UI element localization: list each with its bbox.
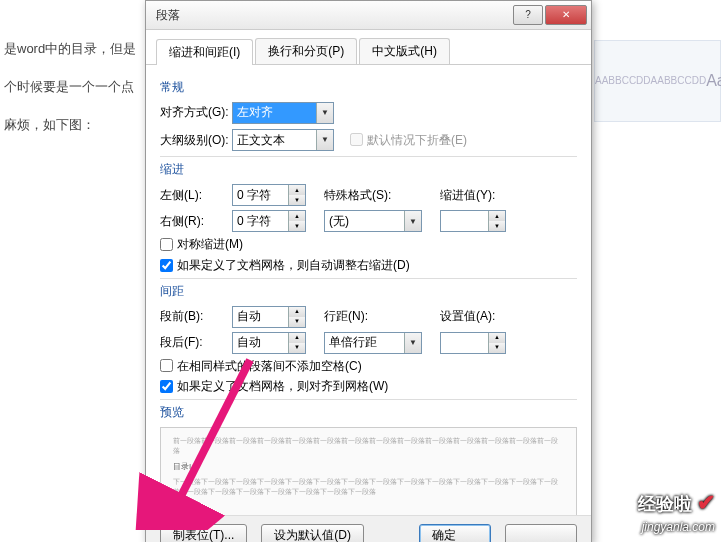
spinner-arrows[interactable]: ▲▼ (288, 333, 305, 353)
titlebar[interactable]: 段落 ? ✕ (146, 1, 591, 30)
right-indent-label: 右侧(R): (160, 213, 232, 230)
tabs-button[interactable]: 制表位(T)... (160, 524, 247, 542)
spinner-arrows[interactable]: ▲▼ (488, 333, 505, 353)
nospace-checkbox[interactable]: 在相同样式的段落间不添加空格(C) (160, 358, 577, 375)
at-label: 设置值(A): (440, 308, 512, 325)
chevron-down-icon: ▼ (316, 130, 333, 150)
spinner-arrows[interactable]: ▲▼ (288, 211, 305, 231)
after-label: 段后(F): (160, 334, 232, 351)
grid-align-checkbox[interactable]: 如果定义了文档网格，则对齐到网格(W) (160, 378, 577, 395)
tab-line-page-breaks[interactable]: 换行和分页(P) (255, 38, 357, 64)
spinner-arrows[interactable]: ▲▼ (488, 211, 505, 231)
linespace-label: 行距(N): (324, 308, 406, 325)
at-spinner[interactable]: ▲▼ (440, 332, 506, 354)
mirror-checkbox[interactable]: 对称缩进(M) (160, 236, 577, 253)
watermark: 经验啦 ✔ jingyanla.com (638, 488, 715, 536)
outline-label: 大纲级别(O): (160, 132, 232, 149)
ribbon-style-gallery: AABBCCDD AABBCCDD AaBb (594, 40, 721, 122)
left-indent-spinner[interactable]: 0 字符 ▲▼ (232, 184, 306, 206)
collapse-checkbox[interactable]: 默认情况下折叠(E) (350, 132, 467, 149)
tab-strip: 缩进和间距(I) 换行和分页(P) 中文版式(H) (146, 30, 591, 65)
cancel-button[interactable] (505, 524, 577, 542)
tab-indent-spacing[interactable]: 缩进和间距(I) (156, 39, 253, 65)
check-icon: ✔ (697, 490, 715, 515)
before-spinner[interactable]: 自动 ▲▼ (232, 306, 306, 328)
chevron-down-icon: ▼ (404, 211, 421, 231)
tab-chinese-typography[interactable]: 中文版式(H) (359, 38, 450, 64)
before-label: 段前(B): (160, 308, 232, 325)
spinner-arrows[interactable]: ▲▼ (288, 185, 305, 205)
button-row: 制表位(T)... 设为默认值(D) 确定 (146, 515, 591, 542)
spinner-arrows[interactable]: ▲▼ (288, 307, 305, 327)
outline-combo[interactable]: 正文文本 ▼ (232, 129, 334, 151)
by-label: 缩进值(Y): (440, 187, 512, 204)
dialog-content: 常规 对齐方式(G): 左对齐 ▼ 大纲级别(O): 正文文本 ▼ 默认情况下折… (146, 65, 591, 515)
alignment-combo[interactable]: 左对齐 ▼ (232, 102, 334, 124)
close-button[interactable]: ✕ (545, 5, 587, 25)
section-general: 常规 (160, 79, 577, 96)
left-indent-label: 左侧(L): (160, 187, 232, 204)
linespace-combo[interactable]: 单倍行距 ▼ (324, 332, 422, 354)
special-combo[interactable]: (无) ▼ (324, 210, 422, 232)
grid-indent-checkbox[interactable]: 如果定义了文档网格，则自动调整右缩进(D) (160, 257, 577, 274)
chevron-down-icon: ▼ (316, 103, 333, 123)
help-button[interactable]: ? (513, 5, 543, 25)
section-preview: 预览 (160, 404, 577, 421)
special-label: 特殊格式(S): (324, 187, 406, 204)
background-document: 是word中的目录，但是 个时候要是一个一个点 麻烦，如下图： (0, 40, 142, 155)
section-indent: 缩进 (160, 161, 577, 178)
section-spacing: 间距 (160, 283, 577, 300)
dialog-title: 段落 (150, 7, 511, 24)
right-indent-spinner[interactable]: 0 字符 ▲▼ (232, 210, 306, 232)
by-spinner[interactable]: ▲▼ (440, 210, 506, 232)
set-default-button[interactable]: 设为默认值(D) (261, 524, 364, 542)
paragraph-dialog: 段落 ? ✕ 缩进和间距(I) 换行和分页(P) 中文版式(H) 常规 对齐方式… (145, 0, 592, 542)
alignment-label: 对齐方式(G): (160, 104, 232, 121)
chevron-down-icon: ▼ (404, 333, 421, 353)
after-spinner[interactable]: 自动 ▲▼ (232, 332, 306, 354)
ok-button[interactable]: 确定 (419, 524, 491, 542)
preview-box: 前一段落前一段落前一段落前一段落前一段落前一段落前一段落前一段落前一段落前一段落… (160, 427, 577, 515)
